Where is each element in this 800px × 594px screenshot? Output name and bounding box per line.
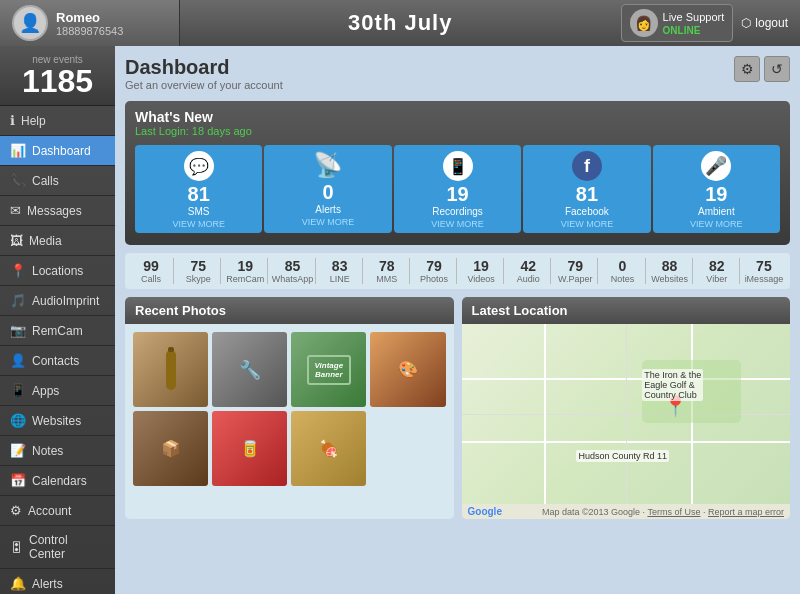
recent-photos-panel: Recent Photos 🔧 VintageBanner � [125,297,454,519]
sidebar-label: Dashboard [32,144,91,158]
sidebar-item-help[interactable]: ℹHelp [0,106,115,136]
recent-photos-body: 🔧 VintageBanner 🎨 📦 🥫 [125,324,454,494]
live-support-button[interactable]: 👩 Live Support ONLINE [621,4,734,42]
sidebar-item-account[interactable]: ⚙Account [0,496,115,526]
recent-photos-header: Recent Photos [125,297,454,324]
sidebar-label: Notes [32,444,63,458]
mini-stat-websites[interactable]: 88Websites [648,258,693,284]
latest-location-header: Latest Location [462,297,791,324]
sidebar-item-contacts[interactable]: 👤Contacts [0,346,115,376]
mini-stat-w.paper[interactable]: 79W.Paper [553,258,598,284]
mini-stat-audio[interactable]: 42Audio [506,258,551,284]
google-logo: Google [468,506,502,517]
mini-stat-label: Viber [695,274,739,284]
map-label-road: Hudson County Rd 11 [576,450,669,462]
mini-stat-remcam[interactable]: 19RemCam [223,258,268,284]
photo-thumb[interactable]: 📦 [133,411,208,486]
sidebar-item-notes[interactable]: 📝Notes [0,436,115,466]
map-data: Map data ©2013 Google · Terms of Use · R… [542,507,784,517]
view-more[interactable]: VIEW MORE [561,219,614,229]
settings-button[interactable]: ⚙ [734,56,760,82]
photo-thumb[interactable]: 🥫 [212,411,287,486]
new-events-count: 1185 [4,65,111,97]
view-more[interactable]: VIEW MORE [302,217,355,227]
last-login: Last Login: 18 days ago [135,125,780,137]
sidebar-item-locations[interactable]: 📍Locations [0,256,115,286]
latest-location-panel: Latest Location 📍 [462,297,791,519]
photo-thumb[interactable] [133,332,208,407]
sidebar-item-calendars[interactable]: 📅Calendars [0,466,115,496]
sidebar-label: Contacts [32,354,79,368]
sidebar-item-media[interactable]: 🖼Media [0,226,115,256]
sidebar-item-messages[interactable]: ✉Messages [0,196,115,226]
page-title-block: Dashboard Get an overview of your accoun… [125,56,283,91]
photo-thumb[interactable]: 🍖 [291,411,366,486]
mini-stat-line[interactable]: 83LINE [318,258,363,284]
mini-stat-label: W.Paper [553,274,597,284]
phone-number: 18889876543 [56,25,123,37]
sidebar-item-audioimprint[interactable]: 🎵AudioImprint [0,286,115,316]
mini-stat-skype[interactable]: 75Skype [176,258,221,284]
sidebar-icon: 📱 [10,383,26,398]
mini-stat-whatsapp[interactable]: 85WhatsApp [270,258,315,284]
photo-thumb[interactable]: 🔧 [212,332,287,407]
header-actions: ⚙ ↺ [734,56,790,82]
mini-stat-label: Photos [412,274,456,284]
sidebar-label: Websites [32,414,81,428]
sidebar-icon: 👤 [10,353,26,368]
view-more[interactable]: VIEW MORE [431,219,484,229]
sidebar-item-websites[interactable]: 🌐Websites [0,406,115,436]
view-more[interactable]: VIEW MORE [690,219,743,229]
mini-stat-number: 83 [318,258,362,274]
mini-stat-photos[interactable]: 79Photos [412,258,457,284]
sidebar-item-apps[interactable]: 📱Apps [0,376,115,406]
stat-card-ambient[interactable]: 🎤19AmbientVIEW MORE [653,145,780,233]
sidebar-label: AudioImprint [32,294,99,308]
photos-grid: 🔧 VintageBanner 🎨 📦 🥫 [133,332,446,486]
whats-new-title: What's New [135,109,780,125]
facebook-icon: f [572,151,602,181]
refresh-button[interactable]: ↺ [764,56,790,82]
sidebar-label: Media [29,234,62,248]
mini-stat-number: 99 [129,258,173,274]
mini-stat-calls[interactable]: 99Calls [129,258,174,284]
online-status: ONLINE [663,25,725,36]
stat-label: SMS [188,206,210,217]
mini-stat-label: Notes [600,274,644,284]
mini-stat-mms[interactable]: 78MMS [365,258,410,284]
alerts-icon: 📡 [313,151,343,179]
stat-card-facebook[interactable]: f81FacebookVIEW MORE [523,145,650,233]
sidebar-item-remcam[interactable]: 📷RemCam [0,316,115,346]
sidebar: new events 1185 ℹHelp📊Dashboard📞Calls✉Me… [0,46,115,594]
support-avatar: 👩 [630,9,658,37]
stat-card-sms[interactable]: 💬81SMSVIEW MORE [135,145,262,233]
view-more[interactable]: VIEW MORE [172,219,225,229]
logout-button[interactable]: ⬡ logout [741,16,788,30]
sidebar-icon: 🎛 [10,540,23,555]
mini-stat-viber[interactable]: 82Viber [695,258,740,284]
sidebar-icon: 📊 [10,143,26,158]
stat-card-alerts[interactable]: 📡0AlertsVIEW MORE [264,145,391,233]
top-bar: 👤 Romeo 18889876543 30th July 👩 Live Sup… [0,0,800,46]
mini-stats-row: 99Calls75Skype19RemCam85WhatsApp83LINE78… [125,253,790,289]
mini-stat-videos[interactable]: 19Videos [459,258,504,284]
photo-thumb[interactable]: VintageBanner [291,332,366,407]
logout-icon: ⬡ [741,16,751,30]
photo-thumb[interactable]: 🎨 [370,332,445,407]
sidebar-icon: ✉ [10,203,21,218]
sidebar-item-calls[interactable]: 📞Calls [0,166,115,196]
map-container[interactable]: 📍 The Iron & theEagle Golf &Country Club… [462,324,791,504]
mini-stat-number: 75 [176,258,220,274]
mini-stat-label: WhatsApp [270,274,314,284]
sidebar-item-dashboard[interactable]: 📊Dashboard [0,136,115,166]
map-label-golf: The Iron & theEagle Golf &Country Club [642,369,703,401]
sidebar-label: RemCam [32,324,83,338]
top-actions: 👩 Live Support ONLINE ⬡ logout [621,4,800,42]
sidebar-item-alerts[interactable]: 🔔Alerts [0,569,115,594]
mini-stat-label: iMessage [742,274,786,284]
mini-stat-notes[interactable]: 0Notes [600,258,645,284]
sidebar-item-control-center[interactable]: 🎛Control Center [0,526,115,569]
avatar: 👤 [12,5,48,41]
mini-stat-imessage[interactable]: 75iMessage [742,258,786,284]
stat-card-recordings[interactable]: 📱19RecordingsVIEW MORE [394,145,521,233]
